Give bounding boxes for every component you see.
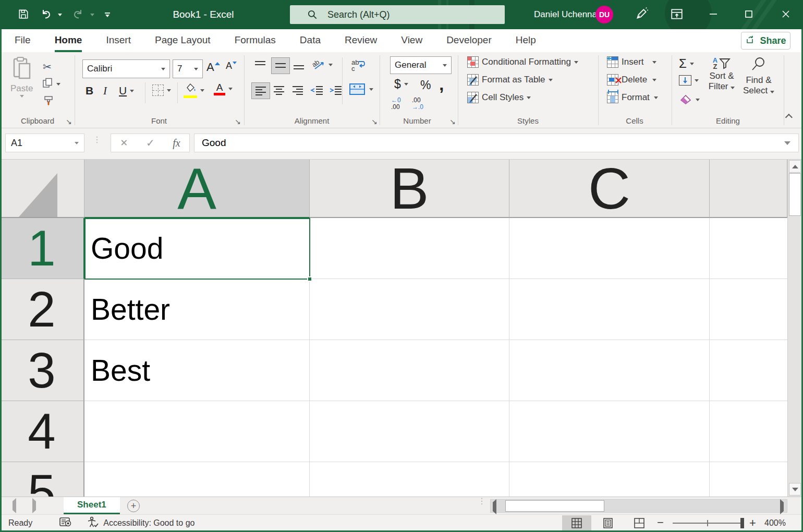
column-header-partial[interactable] [710, 160, 787, 218]
redo-button[interactable] [69, 0, 88, 29]
expand-formula-bar-button[interactable] [784, 138, 790, 147]
tab-view[interactable]: View [401, 29, 422, 52]
number-dialog-launcher[interactable]: ↘ [449, 117, 456, 126]
scroll-right-button[interactable] [780, 502, 784, 512]
tab-page-layout[interactable]: Page Layout [155, 29, 211, 52]
accounting-format-button[interactable]: $ [394, 77, 408, 91]
orientation-button[interactable]: ab [312, 58, 333, 71]
delete-cells-button[interactable]: Delete [607, 74, 656, 86]
zoom-in-button[interactable]: + [749, 516, 756, 530]
shrink-font-button[interactable]: A [226, 61, 237, 71]
cell-B4[interactable] [310, 401, 509, 462]
clipboard-dialog-launcher[interactable]: ↘ [66, 117, 72, 126]
align-center-button[interactable] [272, 84, 286, 96]
tab-data[interactable]: Data [300, 29, 321, 52]
row-header-1[interactable]: 1 [0, 218, 84, 279]
column-header-B[interactable]: B [310, 160, 509, 218]
fill-color-button[interactable] [184, 82, 204, 98]
cancel-icon[interactable]: ✕ [120, 137, 128, 149]
insert-function-icon[interactable]: fx [173, 137, 180, 149]
cell-A1[interactable]: Good [84, 218, 310, 279]
conditional-formatting-button[interactable]: Conditional Formatting [467, 56, 578, 68]
bottom-align-button[interactable] [292, 59, 306, 71]
zoom-out-button[interactable]: − [657, 516, 664, 529]
avatar[interactable]: DU [595, 6, 613, 23]
increase-indent-button[interactable] [328, 84, 343, 96]
scroll-down-button[interactable] [789, 483, 801, 495]
tab-splitter-grip[interactable]: ⋮ [478, 499, 486, 503]
scroll-left-button[interactable] [493, 502, 496, 512]
scroll-up-button[interactable] [789, 160, 801, 173]
cell-A2[interactable]: Better [84, 279, 310, 340]
redo-dropdown[interactable] [88, 0, 97, 29]
format-painter-button[interactable] [43, 95, 54, 108]
page-layout-view-button[interactable] [593, 515, 623, 531]
vertical-scroll-thumb[interactable] [789, 173, 801, 216]
macro-record-icon[interactable] [59, 517, 72, 529]
middle-align-button[interactable] [271, 57, 290, 74]
name-box[interactable]: A1 [5, 134, 84, 152]
borders-button[interactable] [152, 84, 171, 96]
tab-review[interactable]: Review [345, 29, 377, 52]
zoom-level[interactable]: 400% [764, 518, 786, 528]
quick-access-toolbar-overflow[interactable] [100, 0, 115, 29]
cell-C5[interactable] [509, 462, 710, 497]
save-button[interactable] [14, 0, 33, 29]
grow-font-button[interactable]: A [206, 61, 220, 74]
share-button[interactable]: Share [741, 32, 790, 50]
ribbon-display-options-button[interactable] [665, 0, 688, 29]
fill-button[interactable] [679, 75, 699, 86]
sheet-tab-sheet1[interactable]: Sheet1 [64, 497, 120, 514]
decrease-indent-button[interactable] [310, 84, 324, 96]
align-left-button[interactable] [251, 82, 270, 99]
tab-formulas[interactable]: Formulas [235, 29, 276, 52]
zoom-slider-thumb[interactable] [740, 518, 744, 528]
tab-home[interactable]: Home [55, 29, 82, 52]
new-sheet-button[interactable]: + [127, 500, 140, 512]
format-as-table-button[interactable]: Format as Table [467, 74, 553, 86]
close-button[interactable] [773, 0, 799, 29]
tab-file[interactable]: File [15, 29, 31, 52]
insert-cells-button[interactable]: Insert [607, 56, 656, 68]
align-right-button[interactable] [291, 84, 305, 96]
select-all-button[interactable] [0, 160, 84, 218]
search-box[interactable]: Search (Alt+Q) [290, 5, 505, 24]
user-name[interactable]: Daniel Uchenna [534, 0, 597, 29]
editor-pen-button[interactable] [630, 0, 653, 29]
row-header-3[interactable]: 3 [0, 340, 84, 401]
wrap-text-button[interactable]: ab c [350, 58, 366, 72]
tab-help[interactable]: Help [516, 29, 536, 52]
cell-D3[interactable] [710, 340, 787, 401]
bold-button[interactable]: B [86, 84, 93, 97]
increase-decimal-button[interactable]: ←0.00 [391, 97, 401, 111]
cell-D5[interactable] [710, 462, 787, 497]
cell-C3[interactable] [509, 340, 710, 401]
italic-button[interactable]: I [103, 84, 107, 98]
font-color-button[interactable]: A [214, 82, 233, 95]
cell-A5[interactable] [84, 462, 310, 497]
normal-view-button[interactable] [562, 515, 591, 531]
cell-C2[interactable] [509, 279, 710, 340]
row-header-2[interactable]: 2 [0, 279, 84, 340]
cell-D4[interactable] [710, 401, 787, 462]
cell-D2[interactable] [710, 279, 787, 340]
formula-input[interactable]: Good [194, 134, 799, 152]
undo-dropdown[interactable] [55, 0, 65, 29]
previous-sheet-button[interactable] [13, 501, 16, 511]
cell-B1[interactable] [310, 218, 509, 279]
find-select-button[interactable]: Find & Select [740, 56, 777, 96]
number-format-combo[interactable]: General [390, 56, 452, 74]
enter-check-icon[interactable]: ✓ [146, 137, 155, 149]
tab-insert[interactable]: Insert [106, 29, 131, 52]
font-size-combo[interactable]: 7 [173, 59, 203, 78]
vertical-scrollbar[interactable] [787, 160, 801, 497]
copy-button[interactable] [42, 77, 60, 91]
cell-B3[interactable] [310, 340, 509, 401]
maximize-button[interactable] [736, 0, 761, 29]
autosum-button[interactable]: Σ [679, 57, 694, 70]
row-header-5[interactable]: 5 [0, 462, 84, 497]
percent-style-button[interactable]: % [420, 78, 431, 92]
cell-styles-button[interactable]: Cell Styles [467, 92, 531, 103]
name-box-resize-grip[interactable]: ⋮ [93, 138, 101, 141]
cell-A4[interactable] [84, 401, 310, 462]
